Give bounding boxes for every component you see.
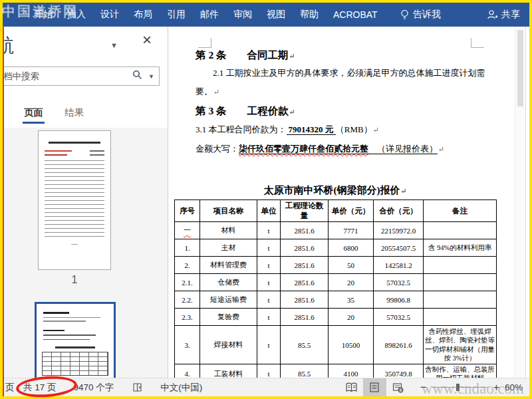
table-cell: 142581.2: [374, 257, 424, 274]
table-cell: 主材: [200, 239, 257, 257]
read-mode-button[interactable]: [340, 378, 363, 397]
page-indicator[interactable]: 页，共 17 页: [5, 382, 57, 394]
lightbulb-icon: [400, 9, 410, 21]
table-row[interactable]: 2.材料管理费t2851.650142581.2: [175, 257, 497, 274]
tab-results[interactable]: 结果: [65, 106, 84, 119]
table-row[interactable]: 4.工装材料t85.54100350749.8含制作、运输、总装所用一切工装材料: [175, 364, 497, 378]
share-button[interactable]: 共享: [480, 9, 527, 21]
ribbon-tab-references[interactable]: 引用: [160, 3, 193, 27]
amount-in-words-line: 金额大写：柒仟玖佰零壹万肆仟叁佰贰拾元整 （详见报价表）↵: [196, 143, 444, 155]
contract-price-line: 3.1 本工程合同价款为：79014320 元（RMB）↵: [196, 124, 379, 136]
language-indicator[interactable]: 中文(中国): [160, 382, 202, 394]
ribbon-tab-mailings[interactable]: 邮件: [193, 3, 226, 27]
ribbon-tab-help[interactable]: 帮助: [293, 3, 326, 27]
contract-price-value: 79014320 元: [287, 124, 336, 135]
table-cell: 4.: [175, 364, 200, 378]
ribbon-tab-home[interactable]: 开始: [27, 3, 60, 27]
table-cell: [424, 291, 497, 309]
table-cell: 工装材料: [200, 364, 257, 378]
table-cell: 材料管理费: [200, 257, 257, 274]
ribbon-tab-bar: 开始 插入 设计 布局 引用 邮件 审阅 视图 帮助 ACROBAT 告诉我 共…: [3, 3, 529, 27]
scrollbar-thumb[interactable]: [517, 30, 523, 106]
table-row[interactable]: 2.3.复验费t2851.62057032.5: [175, 309, 497, 326]
table-cell: 20554507.5: [374, 239, 424, 257]
tell-me-label: 告诉我: [413, 9, 441, 21]
document-search-input[interactable]: 档中搜索 ▼: [4, 66, 160, 86]
table-cell: 99806.8: [374, 291, 424, 309]
pane-close-icon[interactable]: ×: [142, 32, 152, 48]
ribbon-tab-design[interactable]: 设计: [93, 3, 126, 27]
table-cell: 2851.6: [281, 239, 329, 257]
page-thumbnail-1[interactable]: [38, 130, 111, 270]
paragraph-mark: ↵: [400, 187, 406, 195]
paragraph-mark: ↵: [438, 145, 444, 153]
table-cell: 3.: [175, 326, 200, 364]
table-cell: 2851.6: [281, 257, 329, 274]
text-boundary-mark-left: [198, 38, 211, 48]
table-cell: 350749.8: [374, 364, 424, 378]
ribbon-tab-acrobat[interactable]: ACROBAT: [326, 3, 385, 27]
table-cell: 2.1.: [175, 274, 200, 291]
navigation-tabs: 页面 结果: [4, 100, 168, 125]
page-thumbnail-2-selected[interactable]: [35, 302, 116, 378]
pane-options-chevron-down-icon[interactable]: ▼: [110, 41, 118, 49]
print-layout-button[interactable]: [363, 378, 386, 397]
web-layout-button[interactable]: [386, 378, 410, 397]
status-bar: 页，共 17 页 9470 个字 中文(中国) − + 60%: [3, 378, 529, 396]
col-header-remarks: 备注: [424, 200, 497, 222]
table-row[interactable]: 1.主材t2851.6680020554507.5含 94%的材料利用率: [175, 239, 497, 257]
vertical-scrollbar[interactable]: [515, 27, 526, 378]
table-cell: 20: [329, 309, 374, 326]
table-cell: t: [257, 326, 281, 364]
ribbon-tab-insert[interactable]: 插入: [60, 3, 93, 27]
paragraph-mark: ↵: [373, 126, 379, 134]
table-row[interactable]: 2.2.短途运输费t2851.63599806.8: [175, 291, 497, 309]
table-cell: 2851.6: [281, 274, 329, 291]
table-cell: 材料: [200, 222, 257, 239]
clause-2-1-line-2: 要。↵: [196, 86, 219, 98]
table-cell: t: [257, 257, 281, 274]
search-options-chevron-down-icon[interactable]: ▼: [148, 73, 154, 80]
table-row[interactable]: 2.1.仓储费t2851.62057032.5: [175, 274, 497, 291]
table-cell: 含药性焊丝、埋弧焊丝、焊剂、陶瓷衬垫等一切焊材和辅材（用量按 3%计）: [424, 326, 497, 364]
word-count[interactable]: 9470 个字: [74, 382, 114, 394]
navigation-pane: 航 ▼ × 档中搜索 ▼ 页面 结果 1: [4, 27, 168, 378]
zoom-slider-handle[interactable]: [456, 384, 460, 391]
search-placeholder: 档中搜索: [4, 70, 132, 82]
tell-me-button[interactable]: 告诉我: [393, 9, 448, 21]
quote-table-body: 一材料t2851.6777122159972.01.主材t2851.668002…: [175, 222, 497, 378]
proofing-errors-icon[interactable]: [132, 382, 144, 392]
text-boundary-mark-right: [471, 38, 484, 48]
table-cell: 85.5: [281, 364, 329, 378]
tab-pages[interactable]: 页面: [24, 106, 43, 119]
amount-in-words-value: 柒仟玖佰零壹万肆仟叁佰贰拾元整: [239, 144, 368, 154]
zoom-slider[interactable]: [432, 387, 488, 388]
table-row[interactable]: 一材料t2851.6777122159972.0: [175, 222, 497, 239]
zoom-out-button[interactable]: −: [420, 381, 427, 394]
table-cell: 仓储费: [200, 274, 257, 291]
table-cell: 复验费: [200, 309, 257, 326]
section-heading-3: 第 3 条 工程价款↵: [196, 104, 295, 118]
paragraph-mark: ↵: [289, 108, 295, 116]
ribbon-tab-review[interactable]: 审阅: [226, 3, 259, 27]
table-cell: t: [257, 222, 281, 239]
table-cell: 2851.6: [281, 222, 329, 239]
table-cell: t: [257, 239, 281, 257]
table-cell: [424, 274, 497, 291]
ribbon-tab-view[interactable]: 视图: [259, 3, 293, 27]
table-cell: 7771: [329, 222, 374, 239]
person-add-icon: [487, 9, 498, 20]
table-row[interactable]: 3.焊接材料t85.510500898261.6含药性焊丝、埋弧焊丝、焊剂、陶瓷…: [175, 326, 497, 364]
table-cell: 含制作、运输、总装所用一切工装材料: [424, 364, 497, 378]
ribbon-tab-layout[interactable]: 布局: [126, 3, 160, 27]
section-heading-2: 第 2 条 合同工期↵: [196, 49, 295, 63]
navigation-pane-title: 航: [4, 33, 31, 60]
document-canvas[interactable]: 第 2 条 合同工期↵ 2.1 工期按业主及甲方的具体要求，必须满足甲方的总体施…: [169, 27, 515, 378]
share-label: 共享: [501, 9, 520, 21]
zoom-in-button[interactable]: +: [493, 382, 499, 394]
search-icon[interactable]: [132, 70, 142, 82]
table-cell: t: [257, 291, 281, 309]
zoom-percentage[interactable]: 60%: [505, 382, 523, 392]
thumbnail-1-page-number: 1: [38, 274, 111, 286]
table-cell: 2.3.: [175, 309, 200, 326]
